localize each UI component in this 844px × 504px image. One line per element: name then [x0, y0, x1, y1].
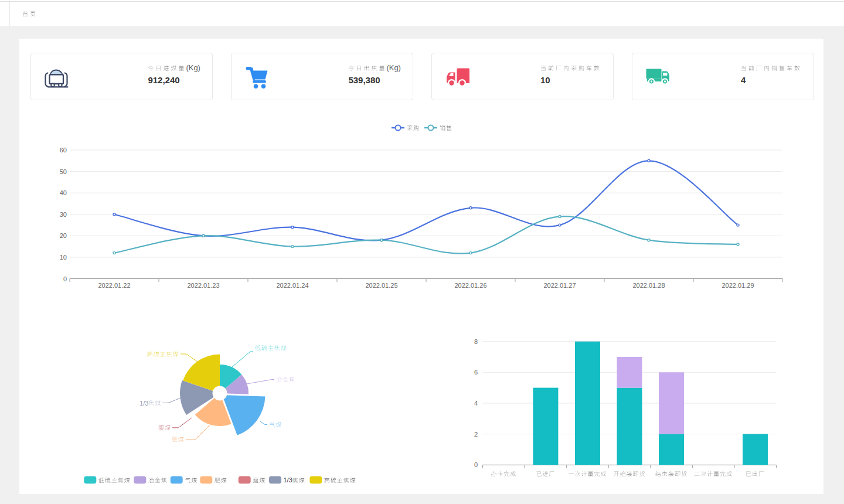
svg-text:10: 10 — [60, 254, 67, 261]
svg-text:4: 4 — [741, 75, 746, 85]
svg-text:(Kg): (Kg) — [186, 63, 200, 72]
svg-text:50: 50 — [60, 168, 67, 175]
svg-text:2022.01.26: 2022.01.26 — [454, 282, 486, 289]
svg-text:20: 20 — [60, 232, 67, 239]
svg-text:912,240: 912,240 — [148, 75, 179, 85]
svg-text:8: 8 — [474, 338, 478, 345]
svg-text:2022.01.28: 2022.01.28 — [632, 282, 665, 289]
svg-text:1/3: 1/3 — [284, 476, 292, 483]
svg-text:539,380: 539,380 — [348, 75, 380, 85]
svg-text:2: 2 — [474, 431, 478, 438]
svg-text:10: 10 — [540, 75, 550, 85]
svg-text:2022.01.27: 2022.01.27 — [543, 282, 576, 289]
svg-text:0: 0 — [63, 275, 67, 282]
svg-text:1/3: 1/3 — [139, 400, 148, 407]
svg-text:2022.01.22: 2022.01.22 — [98, 282, 130, 289]
svg-text:60: 60 — [60, 147, 67, 154]
svg-text:2022.01.29: 2022.01.29 — [722, 282, 754, 289]
svg-text:0: 0 — [474, 461, 478, 468]
svg-text:2022.01.23: 2022.01.23 — [187, 282, 219, 289]
svg-text:2022.01.24: 2022.01.24 — [276, 282, 308, 289]
svg-text:6: 6 — [474, 369, 478, 376]
svg-text:2022.01.25: 2022.01.25 — [365, 282, 397, 289]
svg-text:(Kg): (Kg) — [386, 63, 401, 72]
svg-text:4: 4 — [474, 400, 478, 407]
svg-text:40: 40 — [60, 189, 67, 196]
svg-text:30: 30 — [60, 211, 67, 218]
